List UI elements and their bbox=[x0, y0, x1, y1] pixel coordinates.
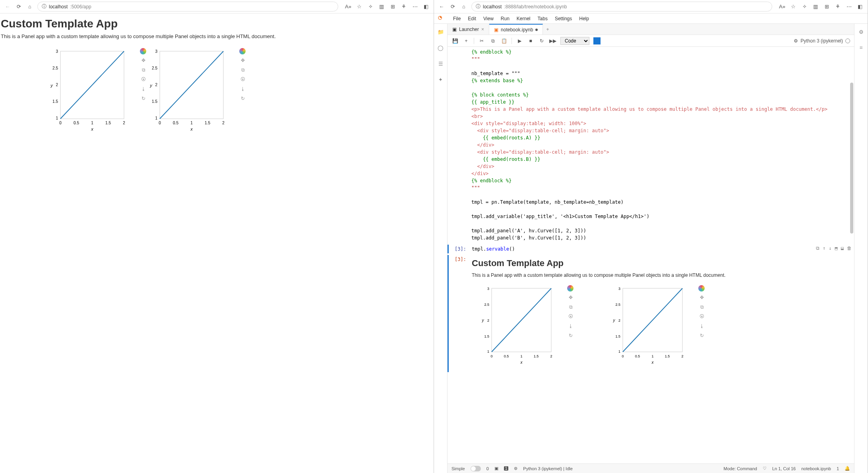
menu-tabs[interactable]: Tabs bbox=[538, 16, 548, 21]
delete-icon[interactable]: 🗑 bbox=[847, 245, 852, 251]
run-icon[interactable]: ▶ bbox=[516, 37, 523, 44]
pan-icon[interactable]: ✥ bbox=[239, 57, 246, 64]
reset-icon[interactable]: ↻ bbox=[239, 95, 246, 102]
bokeh-logo-icon[interactable] bbox=[239, 48, 246, 54]
paste-icon[interactable]: 📋 bbox=[500, 37, 508, 44]
move-down-icon[interactable]: ↓ bbox=[829, 245, 831, 251]
cell-3-input[interactable]: [3]: tmpl.servable() ⧉ ↑ ↓ ⬒ ⬓ 🗑 bbox=[448, 245, 854, 253]
bell-icon[interactable]: 🔔 bbox=[845, 466, 850, 471]
read-aloud-icon[interactable]: A» bbox=[345, 3, 352, 10]
menu-help[interactable]: Help bbox=[579, 16, 589, 21]
insert-below-icon[interactable]: ⬓ bbox=[841, 245, 844, 251]
cell-body[interactable]: tmpl.servable() ⧉ ↑ ↓ ⬒ ⬓ 🗑 bbox=[469, 245, 854, 253]
tab-notebook[interactable]: ▣ notebook.ipynb bbox=[489, 24, 543, 35]
scrollbar-thumb[interactable] bbox=[850, 83, 853, 234]
favorite-icon[interactable]: ☆ bbox=[790, 3, 797, 10]
boxzoom-icon[interactable]: ⧉ bbox=[567, 303, 574, 311]
bokeh-logo-icon[interactable] bbox=[698, 285, 705, 292]
svg-line-29 bbox=[492, 288, 551, 352]
add-cell-icon[interactable]: + bbox=[463, 37, 470, 44]
url-bar-left[interactable]: ⓘ localhost:5006/app bbox=[37, 2, 338, 12]
toc-icon[interactable]: ☰ bbox=[437, 60, 445, 68]
split-icon[interactable]: ◧ bbox=[856, 3, 864, 10]
new-tab-button[interactable]: + bbox=[543, 27, 552, 32]
menu-settings[interactable]: Settings bbox=[555, 16, 572, 21]
svg-text:1: 1 bbox=[91, 121, 93, 125]
menu-file[interactable]: File bbox=[453, 16, 461, 21]
insert-above-icon[interactable]: ⬒ bbox=[835, 245, 838, 251]
wheelzoom-icon[interactable]: ⦿ bbox=[140, 76, 147, 83]
back-icon[interactable]: ← bbox=[438, 3, 445, 10]
extensions-icon[interactable]: ⊞ bbox=[389, 3, 396, 10]
cut-icon[interactable]: ✂ bbox=[478, 37, 485, 44]
url-bar-right[interactable]: ⓘ localhost:8888/lab/tree/notebook.ipynb bbox=[471, 2, 772, 12]
reset-icon[interactable]: ↻ bbox=[567, 332, 574, 339]
menu-edit[interactable]: Edit bbox=[468, 16, 476, 21]
move-up-icon[interactable]: ↑ bbox=[823, 245, 825, 251]
jupyter-logo-icon[interactable]: ◔ bbox=[438, 15, 446, 23]
bokeh-logo-icon[interactable] bbox=[140, 48, 146, 54]
svg-text:y: y bbox=[50, 83, 53, 88]
more-icon[interactable]: ⋯ bbox=[845, 3, 852, 10]
reset-icon[interactable]: ↻ bbox=[698, 332, 705, 339]
sync-icon[interactable]: ✧ bbox=[367, 3, 374, 10]
more-icon[interactable]: ⋯ bbox=[411, 3, 418, 10]
save-icon[interactable]: ⭳ bbox=[239, 85, 246, 93]
collections-icon[interactable]: ▥ bbox=[378, 3, 385, 10]
wheelzoom-icon[interactable]: ⦿ bbox=[567, 313, 574, 320]
favorite-icon[interactable]: ☆ bbox=[356, 3, 363, 10]
running-icon[interactable]: ◯ bbox=[437, 44, 445, 52]
menu-kernel[interactable]: Kernel bbox=[517, 16, 531, 21]
output-body: Custom Template App This is a Panel app … bbox=[469, 255, 854, 372]
tab-launcher[interactable]: ▣ Launcher × bbox=[448, 24, 489, 35]
restart-icon[interactable]: ↻ bbox=[538, 37, 545, 44]
home-icon[interactable]: ⌂ bbox=[26, 3, 33, 10]
collections-icon[interactable]: ▥ bbox=[812, 3, 819, 10]
pan-icon[interactable]: ✥ bbox=[140, 57, 147, 64]
celltype-select[interactable]: Code bbox=[560, 37, 589, 45]
extensions-icon[interactable]: ⊞ bbox=[823, 3, 830, 10]
sync-icon[interactable]: ✧ bbox=[801, 3, 808, 10]
menu-run[interactable]: Run bbox=[501, 16, 510, 21]
info-icon: ⓘ bbox=[42, 3, 46, 10]
close-icon[interactable]: × bbox=[481, 27, 484, 32]
wheelzoom-icon[interactable]: ⦿ bbox=[698, 313, 705, 320]
save-icon[interactable]: ⭳ bbox=[698, 322, 705, 330]
svg-text:0.5: 0.5 bbox=[635, 354, 640, 358]
refresh-icon[interactable]: ⟳ bbox=[15, 3, 22, 10]
save-icon[interactable]: 💾 bbox=[451, 37, 459, 44]
extension-icon[interactable]: ✦ bbox=[437, 75, 445, 83]
save-icon[interactable]: ⭳ bbox=[567, 322, 574, 330]
run-all-icon[interactable]: ▶▶ bbox=[549, 37, 556, 44]
pan-icon[interactable]: ✥ bbox=[698, 294, 705, 301]
split-icon[interactable]: ◧ bbox=[422, 3, 430, 10]
render-icon[interactable] bbox=[593, 37, 601, 44]
notebook-area[interactable]: {% endblock %}""" nb_template = """{% ex… bbox=[448, 47, 854, 463]
read-aloud-icon[interactable]: A» bbox=[779, 3, 786, 10]
copy-icon[interactable]: ⧉ bbox=[489, 37, 496, 44]
terminal-icon[interactable]: ▣ bbox=[494, 466, 498, 471]
folder-icon[interactable]: 📁 bbox=[437, 28, 445, 36]
menu-view[interactable]: View bbox=[483, 16, 494, 21]
performance-icon[interactable]: ⚘ bbox=[834, 3, 841, 10]
home-icon[interactable]: ⌂ bbox=[460, 3, 467, 10]
pan-icon[interactable]: ✥ bbox=[567, 294, 574, 301]
save-icon[interactable]: ⭳ bbox=[140, 85, 147, 93]
stop-icon[interactable]: ■ bbox=[527, 37, 534, 44]
boxzoom-icon[interactable]: ⧉ bbox=[239, 66, 246, 73]
property-icon[interactable]: ⚙ bbox=[857, 28, 865, 36]
simple-toggle[interactable] bbox=[471, 466, 481, 471]
boxzoom-icon[interactable]: ⧉ bbox=[698, 303, 705, 311]
performance-icon[interactable]: ⚘ bbox=[400, 3, 407, 10]
debug-icon[interactable]: ⌗ bbox=[857, 44, 865, 52]
refresh-icon[interactable]: ⟳ bbox=[449, 3, 456, 10]
reset-icon[interactable]: ↻ bbox=[140, 95, 147, 102]
boxzoom-icon[interactable]: ⧉ bbox=[140, 66, 147, 73]
duplicate-icon[interactable]: ⧉ bbox=[816, 245, 820, 251]
notif-icon[interactable]: ♡ bbox=[763, 466, 767, 471]
wheelzoom-icon[interactable]: ⦿ bbox=[239, 76, 246, 83]
kernel-indicator[interactable]: ⚙ Python 3 (ipykernel) bbox=[794, 38, 850, 44]
bokeh-logo-icon[interactable] bbox=[567, 285, 574, 292]
svg-text:1: 1 bbox=[487, 349, 489, 353]
app-content: Custom Template App This is a Panel app … bbox=[0, 14, 434, 140]
